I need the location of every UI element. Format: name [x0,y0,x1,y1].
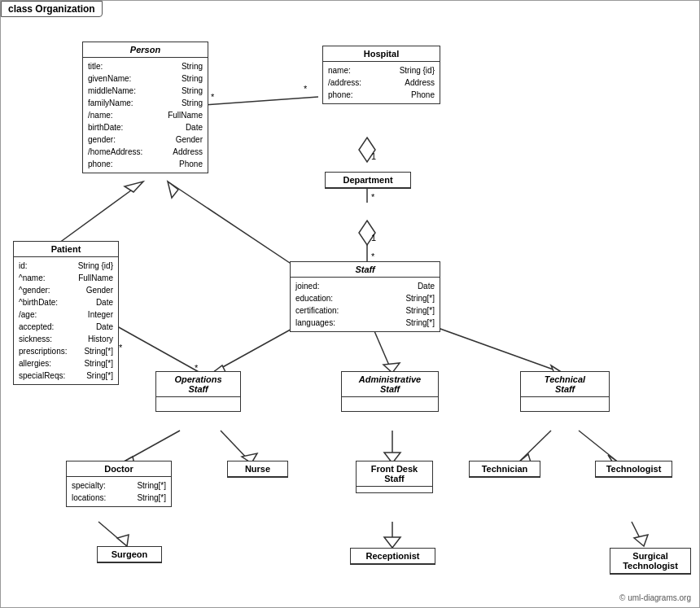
svg-marker-12 [125,182,143,192]
nurse-class: Nurse [227,461,288,478]
front-desk-staff-class-name: Front Desk Staff [357,461,432,487]
svg-text:1: 1 [371,151,376,161]
copyright-text: © uml-diagrams.org [619,593,691,602]
svg-line-24 [121,431,180,463]
svg-line-13 [168,182,302,271]
technologist-class-name: Technologist [596,461,672,477]
person-class-name: Person [83,42,208,58]
doctor-class-attrs: specialty:String[*] locations:String[*] [67,477,171,506]
nurse-class-name: Nurse [228,461,287,477]
surgical-technologist-class: Surgical Technologist [610,548,691,575]
surgical-technologist-class-name: Surgical Technologist [610,549,690,574]
patient-class-attrs: id:String {id} ^name:FullName ^gender:Ge… [14,257,118,384]
receptionist-class: Receptionist [350,548,435,565]
svg-text:*: * [304,84,308,94]
staff-class: Staff joined:Date education:String[*] ce… [290,261,440,332]
department-class: Department [325,172,411,189]
svg-text:*: * [211,92,215,102]
doctor-class-name: Doctor [67,461,171,477]
svg-line-0 [204,97,318,105]
surgeon-class: Surgeon [97,546,162,563]
svg-text:1: 1 [371,233,376,243]
hospital-class: Hospital name:String {id} /address:Addre… [322,46,440,104]
svg-marker-8 [359,221,375,245]
svg-marker-35 [117,535,129,546]
technical-staff-class-name: Technical Staff [521,372,609,397]
svg-line-32 [579,431,619,463]
technician-class-name: Technician [470,461,540,477]
technician-class: Technician [469,461,540,478]
administrative-staff-class-name: Administrative Staff [342,372,438,397]
administrative-staff-class: Administrative Staff [341,371,439,412]
svg-marker-37 [384,537,400,548]
technologist-class: Technologist [595,461,672,478]
svg-text:*: * [371,252,375,261]
staff-class-attrs: joined:Date education:String[*] certific… [291,278,440,331]
svg-line-38 [632,522,644,546]
front-desk-staff-class: Front Desk Staff [356,461,433,493]
svg-marker-4 [359,138,375,162]
surgeon-class-name: Surgeon [98,547,161,562]
hospital-class-name: Hospital [323,46,440,62]
person-class: Person title:String givenName:String mid… [82,42,208,173]
department-class-name: Department [326,173,410,188]
person-class-attrs: title:String givenName:String middleName… [83,58,208,173]
svg-text:*: * [119,343,123,352]
staff-class-name: Staff [291,262,440,278]
svg-line-30 [518,431,551,463]
svg-line-34 [98,522,127,546]
operations-staff-class-name: Operations Staff [156,372,240,397]
operations-staff-class: Operations Staff [155,371,241,412]
technical-staff-class: Technical Staff [520,371,610,412]
doctor-class: Doctor specialty:String[*] locations:Str… [66,461,172,507]
svg-line-15 [117,326,200,373]
diagram-container: class Organization * * 1 * 1 * * * [0,0,700,608]
svg-marker-39 [634,535,648,546]
svg-line-11 [56,182,143,245]
patient-class: Patient id:String {id} ^name:FullName ^g… [13,241,119,385]
patient-class-name: Patient [14,242,118,257]
hospital-class-attrs: name:String {id} /address:Address phone:… [323,62,440,103]
diagram-title: class Organization [1,1,103,17]
svg-text:*: * [371,192,375,202]
receptionist-class-name: Receptionist [351,549,435,564]
svg-line-26 [221,431,252,463]
svg-marker-14 [168,182,178,198]
